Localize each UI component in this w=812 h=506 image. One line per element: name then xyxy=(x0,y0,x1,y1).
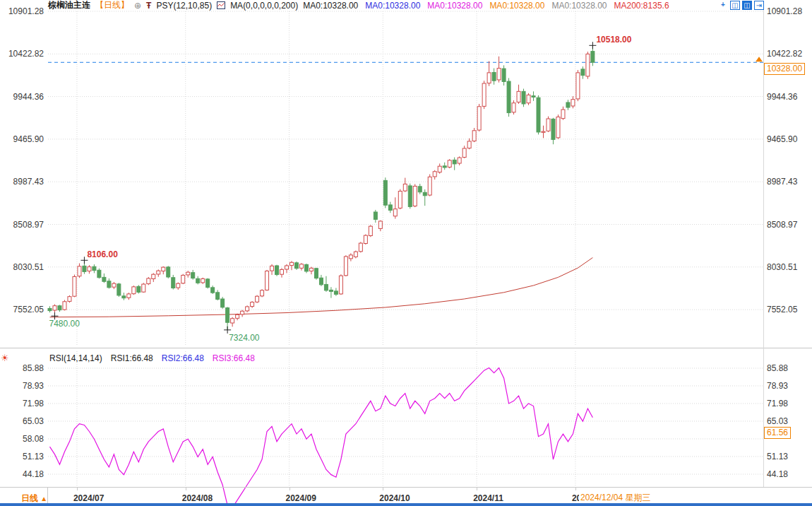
ma-value-4: MA0:10328.00 xyxy=(551,1,607,11)
bottom-scrollbar[interactable] xyxy=(0,503,812,506)
candle-body xyxy=(275,266,279,275)
rsi-tick-left: 51.13 xyxy=(3,452,44,461)
price-tick-left: 8987.43 xyxy=(3,177,44,186)
candle-body xyxy=(537,98,540,132)
candle-body xyxy=(576,73,580,99)
indicator-window-active-icon[interactable]: ◫ xyxy=(742,1,752,10)
price-tick-left: 10422.82 xyxy=(3,49,44,58)
rsi-tick-left: 65.03 xyxy=(3,417,44,425)
candle-body xyxy=(561,110,565,119)
last-close-arrow-icon xyxy=(756,57,763,61)
price-tick-right: 9944.36 xyxy=(767,93,811,101)
candle-body xyxy=(186,272,190,275)
candle-body xyxy=(309,268,313,271)
export-pane-icon[interactable]: ⇥ xyxy=(754,1,764,10)
current-date-badge: 2024/12/04 星期三 xyxy=(579,492,652,503)
price-tick-right: 10422.82 xyxy=(767,49,811,58)
candle-body xyxy=(221,299,225,307)
candle-body xyxy=(388,205,392,211)
candle-body xyxy=(285,266,289,269)
rsi-tick-left: 78.93 xyxy=(3,382,44,390)
rsi-tick-right: 44.18 xyxy=(767,470,811,478)
candle-body xyxy=(83,266,86,271)
candle-body xyxy=(413,186,417,206)
crosshair-icon[interactable]: + xyxy=(718,1,728,10)
rsi-tick-right: 71.98 xyxy=(767,399,811,408)
candle-body xyxy=(551,119,555,139)
candle-body xyxy=(403,184,407,191)
candle-body xyxy=(482,83,486,106)
candle-body xyxy=(467,141,471,148)
bottom-axis-line xyxy=(0,487,812,488)
ma200-line xyxy=(50,258,593,317)
candle-body xyxy=(502,69,506,81)
rsi-tick-left: 71.98 xyxy=(3,399,44,408)
candle-body xyxy=(147,278,150,284)
candle-body xyxy=(428,177,431,195)
candle-body xyxy=(324,284,328,290)
date-label: 2024/07 xyxy=(73,493,104,503)
sun-indicator-icon[interactable]: ☀ xyxy=(1,353,9,363)
candle-body xyxy=(107,281,111,288)
candle-body xyxy=(181,275,185,283)
candle-body xyxy=(556,117,560,138)
candle-body xyxy=(492,72,496,81)
indicator-window-icon[interactable]: ◫ xyxy=(730,1,740,10)
rsi-indicator-chart[interactable] xyxy=(48,351,763,487)
rsi-tick-left: 85.88 xyxy=(3,364,44,372)
main-price-chart[interactable] xyxy=(48,10,763,346)
ma-value-0: MA0:10328.00 xyxy=(303,1,358,11)
candle-body xyxy=(157,271,160,274)
price-annotation: 7324.00 xyxy=(229,333,259,343)
indicator-pin-icon[interactable]: Ŧ xyxy=(146,1,151,11)
candle-body xyxy=(453,160,456,164)
month-tick xyxy=(186,488,186,490)
candle-body xyxy=(137,286,141,292)
candle-body xyxy=(152,274,155,278)
plot-right-border xyxy=(763,10,764,487)
candle-body xyxy=(177,283,180,288)
candle-body xyxy=(344,257,347,276)
candle-body xyxy=(63,302,66,310)
mini-chart-icon[interactable] xyxy=(217,1,225,9)
candle-body xyxy=(329,290,333,291)
candle-body xyxy=(398,191,402,208)
candle-body xyxy=(517,91,520,102)
candle-body xyxy=(236,314,239,318)
price-tick-right: 7552.05 xyxy=(767,305,811,314)
candle-body xyxy=(319,278,323,285)
psy-indicator-label: PSY(12,10,85) xyxy=(156,1,212,11)
price-tick-right: 8508.97 xyxy=(767,220,811,229)
price-tick-left: 9944.36 xyxy=(3,93,44,101)
candle-body xyxy=(393,209,397,216)
candle-body xyxy=(92,266,96,270)
candle-body xyxy=(512,103,515,112)
candle-body xyxy=(211,288,215,293)
candle-body xyxy=(334,291,338,295)
month-tick xyxy=(289,488,290,490)
rsi-tick-right: 51.13 xyxy=(767,452,811,461)
candle-body xyxy=(408,186,412,206)
period-up-triangle-icon: ▲ xyxy=(40,495,47,502)
candle-body xyxy=(48,308,52,310)
add-indicator-icon[interactable]: ⊕ xyxy=(134,1,141,11)
candle-body xyxy=(290,262,294,265)
pane-separator[interactable] xyxy=(0,348,812,348)
price-annotation: 10518.00 xyxy=(596,35,631,45)
candle-body xyxy=(256,296,259,302)
candle-body xyxy=(162,267,165,271)
candle-body xyxy=(314,269,318,278)
candle-body xyxy=(566,102,570,107)
price-tick-right: 8030.51 xyxy=(767,263,811,271)
candle-body xyxy=(448,160,451,167)
candle-body xyxy=(68,297,71,302)
candle-body xyxy=(251,302,254,307)
candle-body xyxy=(571,100,575,106)
candle-body xyxy=(527,95,530,102)
candle-body xyxy=(58,306,61,310)
date-label: 2024/08 xyxy=(182,493,213,503)
candle-body xyxy=(532,96,535,98)
rsi-tick-left: 44.18 xyxy=(3,470,44,478)
candle-body xyxy=(378,221,382,228)
rsi-value-badge: 61.56 xyxy=(764,427,791,439)
